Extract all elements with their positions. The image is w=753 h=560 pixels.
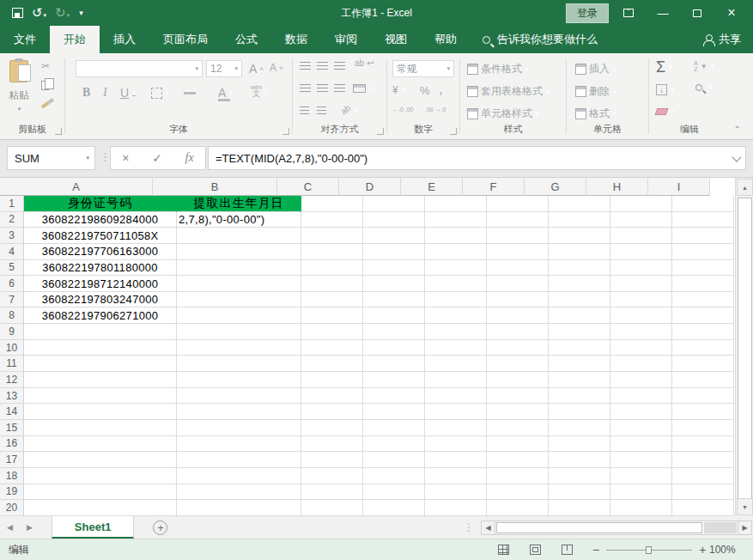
row-header-20[interactable]: 20 [0,500,24,516]
cell-D7[interactable] [363,292,425,308]
cell-D5[interactable] [363,260,425,277]
cell-E13[interactable] [425,388,487,405]
cell-G18[interactable] [549,468,610,484]
cell-C4[interactable] [301,244,363,260]
cell-I8[interactable] [672,307,734,324]
column-header-B[interactable]: B [153,178,277,196]
cell-G3[interactable] [549,228,610,244]
cell-H20[interactable] [610,500,672,516]
row-header-6[interactable]: 6 [0,276,24,292]
cell-I15[interactable] [672,420,734,436]
decrease-indent-button[interactable] [300,107,309,114]
ribbon-tab-9[interactable]: 帮助 [421,26,471,53]
prev-sheet-icon[interactable]: ◀ [0,516,20,539]
cell-G4[interactable] [549,244,610,260]
cell-E7[interactable] [425,292,487,308]
cell-F12[interactable] [487,372,549,388]
cell-E10[interactable] [425,340,487,356]
vertical-scrollbar[interactable]: ▲ ▼ [735,178,753,516]
cell-B10[interactable] [177,340,301,356]
clear-button[interactable]: ▾ [656,108,674,115]
cell-H18[interactable] [610,468,672,484]
cell-B8[interactable] [177,307,301,324]
cell-A1[interactable]: 身份证号码 [24,196,177,212]
cell-B6[interactable] [177,276,301,292]
cell-D19[interactable] [363,484,425,501]
row-header-18[interactable]: 18 [0,468,24,484]
new-sheet-button[interactable]: + [153,520,167,535]
tab-split-handle[interactable]: ⋮ [464,521,474,533]
cell-F9[interactable] [487,324,549,340]
ribbon-tab-7[interactable]: 审阅 [321,26,371,53]
cell-A20[interactable] [24,500,177,516]
cell-I18[interactable] [672,468,734,484]
cell-H14[interactable] [610,404,672,420]
cell-I17[interactable] [672,452,734,468]
column-header-H[interactable]: H [586,178,648,196]
font-name-combo[interactable]: ▾ [76,60,203,77]
name-box[interactable]: SUM ▾ [7,146,95,170]
cell-B16[interactable] [177,436,301,453]
cell-I9[interactable] [672,324,734,340]
alignment-dialog-launcher-icon[interactable] [377,128,384,135]
collapse-ribbon-icon[interactable]: ⌃ [734,125,741,134]
align-left-button[interactable] [300,84,311,92]
cell-I1[interactable] [672,196,734,212]
merge-center-button[interactable]: ▾ [353,84,373,93]
cell-A6[interactable]: 360822198712140000 [24,276,177,292]
page-layout-view-icon[interactable] [530,545,541,555]
column-header-F[interactable]: F [463,178,525,196]
clipboard-dialog-launcher-icon[interactable] [55,128,62,135]
cell-A14[interactable] [24,404,177,420]
cell-C3[interactable] [301,228,363,244]
column-header-I[interactable]: I [648,178,710,196]
cell-F16[interactable] [487,436,549,453]
cell-H4[interactable] [610,244,672,260]
top-align-button[interactable] [300,62,311,70]
cell-C17[interactable] [301,452,363,468]
row-header-14[interactable]: 14 [0,404,24,420]
cell-C16[interactable] [301,436,363,453]
format-as-table-button[interactable]: 套用表格格式▾ [467,84,550,99]
cell-H15[interactable] [610,420,672,436]
comma-style-button[interactable]: , [439,81,443,98]
cell-B18[interactable] [177,468,301,484]
ribbon-tab-3[interactable]: 插入 [100,26,149,53]
cell-A18[interactable] [24,468,177,484]
minimize-button[interactable]: — [648,3,677,23]
cell-B20[interactable] [177,500,301,516]
cell-C20[interactable] [301,500,363,516]
ribbon-tab-8[interactable]: 视图 [371,26,421,53]
cell-F7[interactable] [487,292,549,308]
cell-F17[interactable] [487,452,549,468]
row-header-8[interactable]: 8 [0,307,24,324]
cell-H3[interactable] [610,228,672,244]
cell-C9[interactable] [301,324,363,340]
ribbon-tab-5[interactable]: 公式 [222,26,271,53]
save-icon[interactable] [12,8,23,18]
increase-indent-button[interactable] [317,107,326,114]
font-color-button[interactable]: A▾ [218,86,233,100]
cell-A8[interactable]: 360822197906271000 [24,307,177,324]
cell-F11[interactable] [487,356,549,372]
cell-E18[interactable] [425,468,487,484]
format-painter-button[interactable] [41,103,50,107]
cell-F18[interactable] [487,468,549,484]
close-button[interactable]: × [717,3,746,23]
cell-G11[interactable] [549,356,610,372]
row-header-3[interactable]: 3 [0,228,24,244]
cell-G17[interactable] [549,452,610,468]
horizontal-scroll-thumb[interactable] [496,522,702,533]
zoom-slider[interactable] [606,550,692,551]
cell-D14[interactable] [363,404,425,420]
normal-view-icon[interactable] [498,545,509,555]
cell-A11[interactable] [24,356,177,372]
cell-G1[interactable] [549,196,610,212]
paste-button[interactable]: 粘贴 ▾ [9,60,29,113]
cell-F19[interactable] [487,484,549,501]
cell-D16[interactable] [363,436,425,453]
cell-I14[interactable] [672,404,734,420]
cell-H8[interactable] [610,307,672,324]
cell-G9[interactable] [549,324,610,340]
zoom-slider-thumb[interactable] [646,546,652,554]
